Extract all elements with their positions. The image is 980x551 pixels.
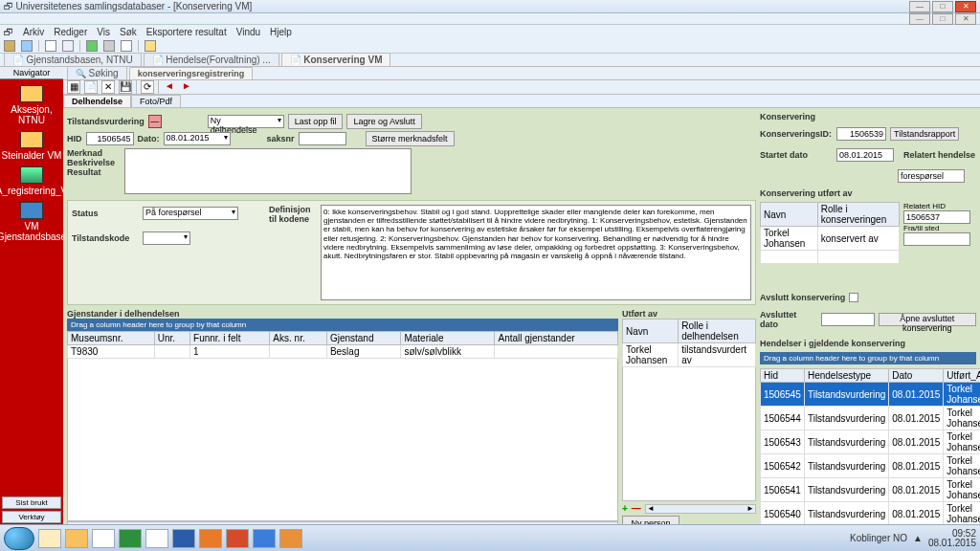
tray-flag-icon[interactable]: ▲ [913,533,923,543]
tilstand-select[interactable] [143,231,190,245]
tb-excel-icon[interactable] [86,40,98,52]
utfortav-header: Konservering utført av [760,188,976,198]
hendelser-table[interactable]: HidHendelsestypeDato Utført_AvVedlegg. 1… [760,368,980,526]
tb-edit-icon[interactable] [21,40,33,52]
mdi-max[interactable]: □ [932,13,953,25]
tb-txt-icon[interactable] [103,40,115,52]
tb-print-icon[interactable] [121,40,132,52]
remove-icon[interactable]: — [632,503,641,514]
mdi-close[interactable]: ✕ [955,13,976,25]
avslutt-checkbox[interactable] [849,293,858,302]
close-button[interactable]: ✕ [955,1,976,12]
sub-toolbar: ▦ 📄 ✕ 💾 ⟳ ◄ ► [63,80,980,95]
taskbar-app[interactable] [226,529,249,548]
heading: Tilstandsvurdering [67,117,145,126]
ny-delhendelse-select[interactable]: Ny delhendelse [208,115,284,128]
st-prev-icon[interactable]: ◄ [163,80,176,94]
tb-copy-icon[interactable] [45,40,56,52]
taskbar-app[interactable] [172,529,195,548]
utfort-scroll[interactable]: ◄► [645,504,756,514]
fratil-input[interactable] [903,232,970,246]
nav-verktoy[interactable]: Verktøy [2,511,61,523]
defin-label: Definisjon til kodene [269,205,317,300]
collapse-button[interactable]: — [148,115,162,128]
tab-soking[interactable]: 🔍 Søking [67,66,127,79]
st-doc-icon[interactable]: 📄 [84,80,98,94]
st-new-icon[interactable]: ▦ [67,80,80,94]
saksnr-label: saksnr [267,134,295,143]
st-next-icon[interactable]: ► [180,80,193,94]
dato-label: Dato: [138,134,160,143]
rapport-button[interactable]: Tilstandsrapport [890,127,959,141]
menu-vis[interactable]: Vis [97,27,110,37]
lagre-button[interactable]: Lagre og Avslutt [346,114,421,129]
apne-button[interactable]: Åpne avsluttet konservering [879,313,976,326]
avsluttet-label: Avsluttet dato [760,310,817,329]
taskbar-app[interactable] [253,529,276,548]
nav-aksesjon[interactable]: Aksesjon, NTNU [0,85,63,125]
table-row: 1506545Tilstandsvurdering08.01.2015Torke… [761,383,981,407]
tray-clock[interactable]: 09:5208.01.2015 [928,529,976,548]
windows-taskbar: Koblinger NO ▲ 09:5208.01.2015 [0,524,980,551]
hid-input[interactable] [86,132,134,145]
merknad-input[interactable] [124,148,412,194]
subtab-delhendelse[interactable]: Delhendelse [63,95,131,107]
taskbar-app[interactable] [38,529,61,548]
menu-eksport[interactable]: Eksportere resultat [146,27,227,37]
relatert-input[interactable] [898,169,965,183]
menu-rediger[interactable]: Rediger [54,27,87,37]
tray-lang[interactable]: Koblinger NO [850,533,907,543]
menubar: 🗗 Arkiv Rediger Vis Søk Eksportere resul… [0,25,980,38]
subtab-fotopdf[interactable]: Foto/Pdf [131,95,181,107]
menu-sok[interactable]: Søk [120,27,137,37]
tab-hendelse[interactable]: 📄 Hendelse(Forvaltning) ... [144,53,279,66]
mdi-min[interactable]: — [909,13,930,25]
nav-gjenstandsbase[interactable]: VM Gjenstandsbase [0,202,66,242]
status-select[interactable]: På forespørsel [143,207,238,220]
main-toolbar [0,38,980,54]
lastopp-button[interactable]: Last opp fil [288,114,344,129]
utfortav-table[interactable]: NavnRolle i konserveringen Torkel Johans… [760,202,900,264]
tab-gjenstandsbasen[interactable]: 📄 Gjenstandsbasen, NTNU [4,53,142,66]
relhid-input[interactable] [903,210,970,224]
start-button[interactable] [4,527,34,550]
tb-paste-icon[interactable] [62,40,74,52]
table-row: Torkel Johansentilstandsvurdert av [623,343,756,367]
taskbar-app[interactable] [92,529,115,548]
min-button[interactable]: — [909,1,930,12]
nav-sist-brukt[interactable]: Sist brukt [2,496,61,509]
table-row: 1506544Tilstandsvurdering08.01.2015Torke… [761,407,981,430]
r-header: Konservering [760,112,976,121]
add-icon[interactable]: + [622,503,628,514]
menu-hjelp[interactable]: Hjelp [270,27,292,37]
saksnr-input[interactable] [299,132,346,145]
st-x-icon[interactable]: ✕ [101,80,115,94]
storre-button[interactable]: Større merknadsfelt [366,131,455,146]
menu-arkiv[interactable]: Arkiv [23,27,44,37]
obj-table[interactable]: Museumsnr.Unr.Funnr. i felt Aks. nr.Gjen… [67,331,618,359]
avsluttet-input[interactable] [821,313,875,326]
relatert-header: Relatert hendelse [903,150,975,160]
tb-open-icon[interactable] [4,40,15,52]
dato-select[interactable]: 08.01.2015 [164,132,231,145]
taskbar-app[interactable] [119,529,142,548]
max-button[interactable]: □ [932,1,953,12]
utfort-table[interactable]: NavnRolle i delhendelsen Torkel Johansen… [622,319,756,367]
menu-vindu[interactable]: Vindu [236,27,260,37]
navigator-sidebar: Navigator Aksesjon, NTNU Steinalder VM M… [0,67,63,524]
taskbar-app[interactable] [279,529,302,548]
taskbar-app[interactable] [145,529,168,548]
tb-tool-icon[interactable] [145,40,156,52]
nav-steinalder[interactable]: Steinalder VM [2,131,62,161]
konsid-input[interactable] [836,127,886,141]
st-save-icon[interactable]: 💾 [119,80,132,94]
h-draghint: Drag a column header here to group by th… [760,352,976,364]
merknad-label: Merknad Beskrivelse Resultat [67,148,121,177]
taskbar-app[interactable] [65,529,88,548]
taskbar-app[interactable] [199,529,222,548]
st-refresh-icon[interactable]: ⟳ [141,80,154,94]
tab-reg[interactable]: konserveringsregistrering [129,67,254,79]
tab-konservering[interactable]: 📄 Konservering VM [281,53,391,66]
table-row: T98301 Beslagsølv/sølvblikk [68,345,618,359]
startet-input[interactable] [836,148,894,162]
